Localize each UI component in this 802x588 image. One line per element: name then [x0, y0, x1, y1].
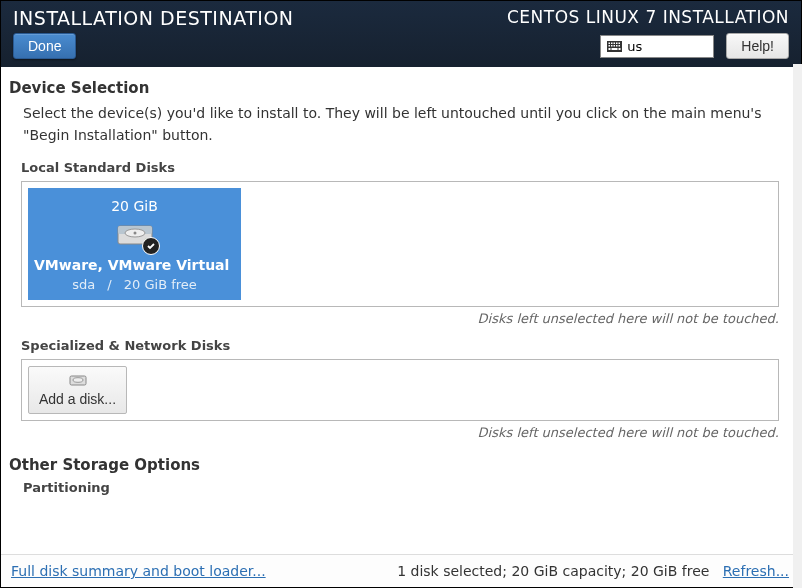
svg-rect-1 [609, 42, 611, 44]
svg-point-17 [133, 232, 136, 235]
partitioning-label: Partitioning [23, 480, 791, 495]
content-area: Device Selection Select the device(s) yo… [1, 67, 801, 554]
keyboard-icon [607, 41, 622, 52]
footer-bar: Full disk summary and boot loader... 1 d… [1, 554, 801, 587]
svg-rect-7 [611, 45, 613, 47]
svg-rect-11 [609, 48, 611, 50]
svg-point-20 [73, 378, 83, 383]
disk-name: VMware, VMware Virtual S [34, 257, 235, 273]
disk-selected-check-icon [142, 237, 160, 255]
disk-device: sda [72, 277, 95, 292]
installer-brand: CENTOS LINUX 7 INSTALLATION [507, 7, 789, 27]
full-disk-summary-link[interactable]: Full disk summary and boot loader... [11, 563, 266, 579]
keyboard-layout-selector[interactable]: us [600, 35, 714, 58]
device-selection-description: Select the device(s) you'd like to insta… [23, 103, 777, 146]
other-storage-heading: Other Storage Options [9, 456, 791, 474]
disk-tile[interactable]: 20 GiB VMware, VMware Virtual S s [28, 188, 241, 300]
page-title: INSTALLATION DESTINATION [13, 7, 294, 29]
done-button[interactable]: Done [13, 33, 76, 59]
disk-size: 20 GiB [34, 198, 235, 214]
refresh-link[interactable]: Refresh... [723, 563, 789, 579]
keyboard-layout-code: us [627, 39, 642, 54]
disk-status-text: 1 disk selected; 20 GiB capacity; 20 GiB… [397, 563, 709, 579]
svg-rect-9 [616, 45, 618, 47]
svg-rect-6 [609, 45, 611, 47]
installer-header: INSTALLATION DESTINATION Done CENTOS LIN… [1, 1, 801, 67]
help-button[interactable]: Help! [726, 33, 789, 59]
svg-rect-4 [616, 42, 618, 44]
specialized-disks-label: Specialized & Network Disks [21, 338, 791, 353]
specialized-unselected-note: Disks left unselected here will not be t… [9, 425, 779, 440]
vertical-scrollbar[interactable] [793, 64, 802, 588]
svg-rect-12 [612, 48, 618, 50]
disk-subinfo: sda / 20 GiB free [34, 277, 235, 292]
svg-rect-10 [619, 45, 621, 47]
local-unselected-note: Disks left unselected here will not be t… [9, 311, 779, 326]
add-disk-label: Add a disk... [39, 391, 116, 407]
specialized-disks-container: Add a disk... [21, 359, 779, 421]
svg-rect-3 [614, 42, 616, 44]
disk-free: 20 GiB free [124, 277, 197, 292]
add-disk-icon [69, 373, 87, 387]
add-disk-button[interactable]: Add a disk... [28, 366, 127, 414]
svg-rect-13 [619, 48, 621, 50]
svg-rect-5 [619, 42, 621, 44]
svg-rect-8 [614, 45, 616, 47]
device-selection-heading: Device Selection [9, 79, 791, 97]
svg-rect-2 [611, 42, 613, 44]
local-disks-label: Local Standard Disks [21, 160, 791, 175]
local-disks-container: 20 GiB VMware, VMware Virtual S s [21, 181, 779, 307]
